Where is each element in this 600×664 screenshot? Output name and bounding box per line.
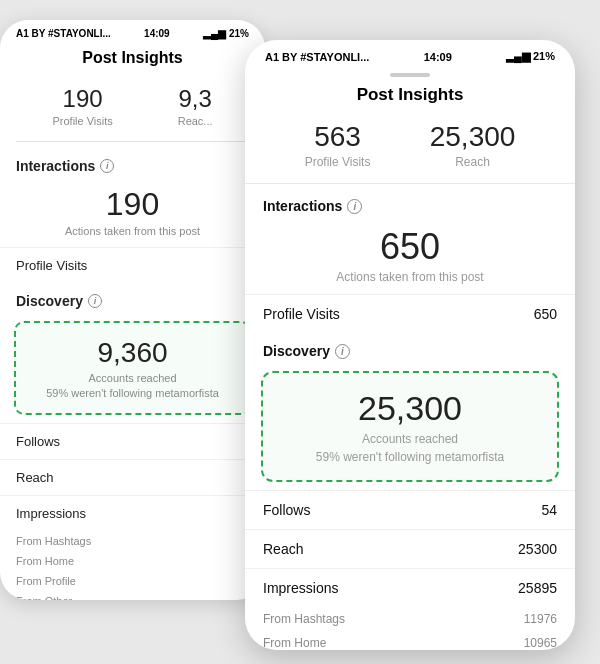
bg-profile-visits-label: Profile Visits <box>16 258 87 273</box>
fg-discovery-header: Discovery i <box>245 333 575 363</box>
fg-profile-visits-row: Profile Visits 650 <box>245 294 575 333</box>
bg-discovery-box: 9,360 Accounts reached 59% weren't follo… <box>14 321 251 415</box>
bg-reach-label: Reac... <box>178 115 213 127</box>
fg-home-row: From Home 10965 <box>245 631 575 650</box>
bg-profile-row: From Profile <box>0 571 265 591</box>
bg-page-title: Post Insights <box>0 43 265 77</box>
fg-interactions-subtitle: Actions taken from this post <box>245 270 575 294</box>
bg-home-row: From Home <box>0 551 265 571</box>
fg-status-right: ▂▄▆ 21% <box>506 50 555 63</box>
fg-reach-label: Reach <box>430 155 516 169</box>
fg-follows-label: Follows <box>263 502 310 518</box>
bg-discovery-accounts: Accounts reached <box>30 372 235 384</box>
foreground-phone: A1 BY #STAYONLI... 14:09 ▂▄▆ 21% Post In… <box>245 40 575 650</box>
fg-discovery-accounts: Accounts reached <box>279 432 541 446</box>
bg-discovery-info-icon: i <box>88 294 102 308</box>
fg-profile-visits-value: 650 <box>534 306 557 322</box>
fg-reach-label: Reach <box>263 541 303 557</box>
bg-interactions-subtitle: Actions taken from this post <box>0 225 265 247</box>
bg-follows-label: Follows <box>16 434 60 449</box>
fg-profile-number: 563 <box>305 121 371 153</box>
bg-profile-sub-label: From Profile <box>16 575 76 587</box>
bg-hashtags-label: From Hashtags <box>16 535 91 547</box>
fg-stats-row: 563 Profile Visits 25,300 Reach <box>245 115 575 179</box>
fg-interactions-header: Interactions i <box>245 188 575 218</box>
bg-hashtags-row: From Hashtags <box>0 531 265 551</box>
bg-interactions-info-icon: i <box>100 159 114 173</box>
fg-interactions-info-icon[interactable]: i <box>347 199 362 214</box>
fg-status-time: 14:09 <box>424 51 452 63</box>
fg-reach-number: 25,300 <box>430 121 516 153</box>
fg-divider-1 <box>245 183 575 184</box>
bg-stat-profile: 190 Profile Visits <box>52 85 112 127</box>
bg-status-bar: A1 BY #STAYONLI... 14:09 ▂▄▆ 21% <box>0 20 265 43</box>
bg-discovery-following: 59% weren't following metamorfista <box>30 387 235 399</box>
bg-follows-row: Follows <box>0 423 265 459</box>
fg-follows-value: 54 <box>541 502 557 518</box>
fg-signal-icon: ▂▄▆ <box>506 50 530 62</box>
bg-profile-visits-row: Profile Visits <box>0 247 265 283</box>
background-phone: A1 BY #STAYONLI... 14:09 ▂▄▆ 21% Post In… <box>0 20 265 600</box>
bg-discovery-number: 9,360 <box>30 337 235 369</box>
fg-interactions-number: 650 <box>245 218 575 270</box>
bg-divider-1 <box>16 141 249 142</box>
fg-discovery-number: 25,300 <box>279 389 541 428</box>
bg-reach-number: 9,3 <box>178 85 213 113</box>
bg-discovery-label: Discovery <box>16 293 83 309</box>
fg-profile-label: Profile Visits <box>305 155 371 169</box>
bg-home-label: From Home <box>16 555 74 567</box>
fg-hashtags-value: 11976 <box>524 612 557 626</box>
fg-hashtags-label: From Hashtags <box>263 612 345 626</box>
bg-other-row: From Other <box>0 591 265 600</box>
fg-impressions-row: Impressions 25895 <box>245 568 575 607</box>
fg-discovery-info-icon[interactable]: i <box>335 344 350 359</box>
fg-interactions-label: Interactions <box>263 198 342 214</box>
bg-interactions-header: Interactions i <box>0 148 265 178</box>
fg-follows-row: Follows 54 <box>245 490 575 529</box>
bg-status-left: A1 BY #STAYONLI... <box>16 28 111 39</box>
fg-discovery-box: 25,300 Accounts reached 59% weren't foll… <box>261 371 559 482</box>
bg-stat-reach: 9,3 Reac... <box>178 85 213 127</box>
bg-impressions-label: Impressions <box>0 495 265 531</box>
bg-other-label: From Other <box>16 595 72 600</box>
bg-status-right: ▂▄▆ 21% <box>203 28 249 39</box>
bg-status-time: 14:09 <box>144 28 170 39</box>
fg-stat-reach: 25,300 Reach <box>430 121 516 169</box>
bg-reach-row: Reach <box>0 459 265 495</box>
fg-discovery-following: 59% weren't following metamorfista <box>279 450 541 464</box>
fg-status-bar: A1 BY #STAYONLI... 14:09 ▂▄▆ 21% <box>245 40 575 67</box>
fg-profile-visits-label: Profile Visits <box>263 306 340 322</box>
fg-home-label: From Home <box>263 636 326 650</box>
bg-signal-icon: ▂▄▆ <box>203 28 226 39</box>
fg-impressions-label: Impressions <box>263 580 338 596</box>
fg-status-left: A1 BY #STAYONLI... <box>265 51 369 63</box>
fg-stat-profile: 563 Profile Visits <box>305 121 371 169</box>
fg-discovery-label: Discovery <box>263 343 330 359</box>
fg-reach-row: Reach 25300 <box>245 529 575 568</box>
bg-interactions-number: 190 <box>0 178 265 225</box>
bg-stats-row: 190 Profile Visits 9,3 Reac... <box>0 77 265 135</box>
fg-home-value: 10965 <box>524 636 557 650</box>
bg-profile-label: Profile Visits <box>52 115 112 127</box>
bg-battery: 21% <box>229 28 249 39</box>
fg-hashtags-row: From Hashtags 11976 <box>245 607 575 631</box>
bg-reach-label: Reach <box>16 470 54 485</box>
bg-interactions-label: Interactions <box>16 158 95 174</box>
fg-reach-value: 25300 <box>518 541 557 557</box>
fg-battery: 21% <box>533 50 555 62</box>
bg-discovery-header: Discovery i <box>0 283 265 313</box>
bg-profile-number: 190 <box>52 85 112 113</box>
fg-page-title: Post Insights <box>245 77 575 115</box>
fg-impressions-value: 25895 <box>518 580 557 596</box>
